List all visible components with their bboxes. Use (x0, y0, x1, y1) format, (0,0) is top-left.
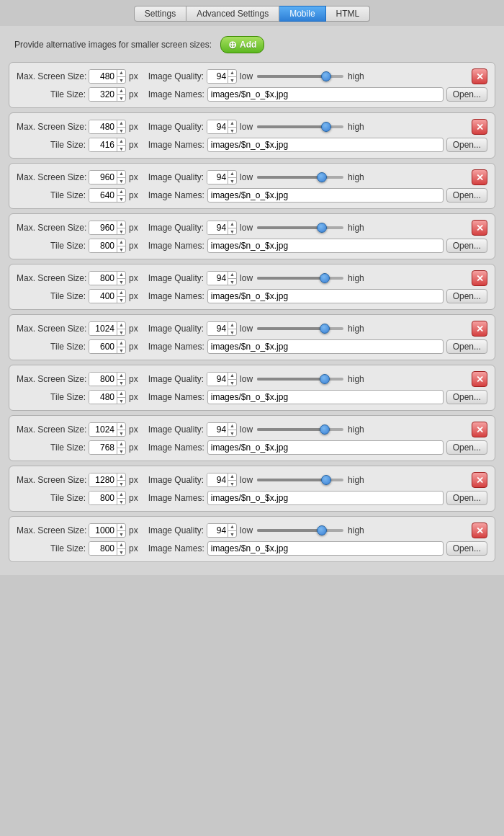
image-names-input-7[interactable] (207, 390, 444, 404)
tile-size-down-2[interactable]: ▼ (117, 146, 125, 153)
quality-value-2[interactable] (207, 120, 228, 133)
image-names-input-1[interactable] (207, 87, 444, 102)
quality-slider-4[interactable] (257, 226, 343, 229)
max-screen-down-9[interactable]: ▼ (117, 481, 125, 488)
quality-slider-6[interactable] (257, 327, 343, 330)
quality-value-7[interactable] (207, 373, 228, 386)
max-screen-spinner-1[interactable]: ▲ ▼ (117, 69, 125, 84)
max-screen-down-10[interactable]: ▼ (117, 531, 125, 538)
delete-button-3[interactable]: ✕ (472, 169, 487, 185)
open-button-8[interactable]: Open... (446, 440, 487, 455)
quality-up-6[interactable]: ▲ (228, 321, 236, 329)
quality-input-10[interactable]: ▲ ▼ (207, 523, 237, 538)
tile-size-up-5[interactable]: ▲ (117, 289, 125, 297)
max-screen-input-4[interactable]: ▲ ▼ (89, 221, 126, 235)
open-button-1[interactable]: Open... (446, 87, 487, 102)
quality-value-5[interactable] (207, 272, 228, 285)
max-screen-up-7[interactable]: ▲ (117, 372, 125, 380)
tile-size-spinner-6[interactable]: ▲ ▼ (117, 339, 125, 354)
delete-button-10[interactable]: ✕ (472, 522, 487, 538)
tile-size-up-10[interactable]: ▲ (117, 541, 125, 549)
tile-size-spinner-10[interactable]: ▲ ▼ (117, 541, 125, 556)
slider-thumb-9[interactable] (321, 475, 331, 485)
max-screen-input-2[interactable]: ▲ ▼ (89, 120, 126, 134)
slider-thumb-4[interactable] (317, 223, 327, 233)
quality-slider-1[interactable] (257, 75, 343, 78)
delete-button-2[interactable]: ✕ (472, 119, 487, 135)
quality-input-8[interactable]: ▲ ▼ (207, 422, 237, 437)
max-screen-up-3[interactable]: ▲ (117, 170, 125, 178)
max-screen-spinner-6[interactable]: ▲ ▼ (117, 321, 125, 336)
tile-size-value-1[interactable] (89, 88, 117, 101)
quality-slider-7[interactable] (257, 378, 343, 381)
open-button-5[interactable]: Open... (446, 289, 487, 303)
tile-size-down-1[interactable]: ▼ (117, 95, 125, 102)
quality-down-2[interactable]: ▼ (228, 128, 236, 135)
quality-value-3[interactable] (207, 171, 228, 184)
tile-size-input-2[interactable]: ▲ ▼ (89, 138, 126, 152)
quality-spinner-5[interactable]: ▲ ▼ (228, 271, 236, 285)
quality-spinner-10[interactable]: ▲ ▼ (228, 523, 236, 538)
slider-thumb-5[interactable] (320, 273, 330, 283)
quality-input-2[interactable]: ▲ ▼ (207, 120, 237, 134)
tile-size-input-8[interactable]: ▲ ▼ (89, 440, 126, 455)
tile-size-down-6[interactable]: ▼ (117, 347, 125, 355)
quality-down-10[interactable]: ▼ (228, 531, 236, 538)
max-screen-input-3[interactable]: ▲ ▼ (89, 170, 126, 184)
image-names-input-2[interactable] (207, 138, 444, 152)
image-names-input-9[interactable] (207, 491, 444, 505)
tile-size-input-5[interactable]: ▲ ▼ (89, 289, 126, 303)
tile-size-spinner-9[interactable]: ▲ ▼ (117, 491, 125, 505)
open-button-6[interactable]: Open... (446, 339, 487, 354)
tile-size-down-8[interactable]: ▼ (117, 448, 125, 455)
tile-size-up-3[interactable]: ▲ (117, 188, 125, 196)
quality-up-8[interactable]: ▲ (228, 422, 236, 430)
max-screen-up-9[interactable]: ▲ (117, 473, 125, 481)
max-screen-value-8[interactable] (89, 423, 117, 436)
tile-size-input-3[interactable]: ▲ ▼ (89, 188, 126, 203)
quality-input-4[interactable]: ▲ ▼ (207, 221, 237, 235)
open-button-3[interactable]: Open... (446, 188, 487, 203)
tile-size-up-7[interactable]: ▲ (117, 390, 125, 398)
tile-size-value-10[interactable] (89, 542, 117, 555)
max-screen-input-5[interactable]: ▲ ▼ (89, 271, 126, 285)
image-names-input-4[interactable] (207, 239, 444, 253)
tile-size-up-6[interactable]: ▲ (117, 339, 125, 347)
quality-up-9[interactable]: ▲ (228, 473, 236, 481)
tile-size-value-2[interactable] (89, 138, 117, 151)
image-names-input-8[interactable] (207, 440, 444, 455)
open-button-9[interactable]: Open... (446, 491, 487, 505)
max-screen-spinner-3[interactable]: ▲ ▼ (117, 170, 125, 184)
tile-size-value-5[interactable] (89, 290, 117, 303)
max-screen-up-4[interactable]: ▲ (117, 221, 125, 228)
quality-down-5[interactable]: ▼ (228, 279, 236, 286)
tile-size-input-6[interactable]: ▲ ▼ (89, 339, 126, 354)
quality-value-1[interactable] (207, 70, 228, 83)
tile-size-down-10[interactable]: ▼ (117, 549, 125, 556)
quality-input-3[interactable]: ▲ ▼ (207, 170, 237, 184)
max-screen-input-1[interactable]: ▲ ▼ (89, 69, 126, 84)
tile-size-input-9[interactable]: ▲ ▼ (89, 491, 126, 505)
add-button[interactable]: ⊕ Add (220, 36, 264, 53)
tile-size-up-9[interactable]: ▲ (117, 491, 125, 499)
tab-mobile[interactable]: Mobile (279, 6, 325, 22)
quality-up-10[interactable]: ▲ (228, 523, 236, 531)
tile-size-down-4[interactable]: ▼ (117, 246, 125, 254)
max-screen-spinner-5[interactable]: ▲ ▼ (117, 271, 125, 285)
max-screen-up-8[interactable]: ▲ (117, 422, 125, 430)
image-names-input-5[interactable] (207, 289, 444, 303)
quality-slider-2[interactable] (257, 125, 343, 128)
tile-size-value-9[interactable] (89, 492, 117, 504)
quality-value-8[interactable] (207, 423, 228, 436)
max-screen-up-10[interactable]: ▲ (117, 523, 125, 531)
tile-size-spinner-3[interactable]: ▲ ▼ (117, 188, 125, 203)
max-screen-input-6[interactable]: ▲ ▼ (89, 321, 126, 336)
quality-value-9[interactable] (207, 473, 228, 486)
delete-button-4[interactable]: ✕ (472, 220, 487, 236)
max-screen-input-10[interactable]: ▲ ▼ (89, 523, 126, 538)
quality-input-6[interactable]: ▲ ▼ (207, 321, 237, 336)
tile-size-down-7[interactable]: ▼ (117, 398, 125, 405)
slider-thumb-3[interactable] (317, 172, 327, 182)
quality-up-5[interactable]: ▲ (228, 271, 236, 279)
max-screen-input-9[interactable]: ▲ ▼ (89, 473, 126, 487)
